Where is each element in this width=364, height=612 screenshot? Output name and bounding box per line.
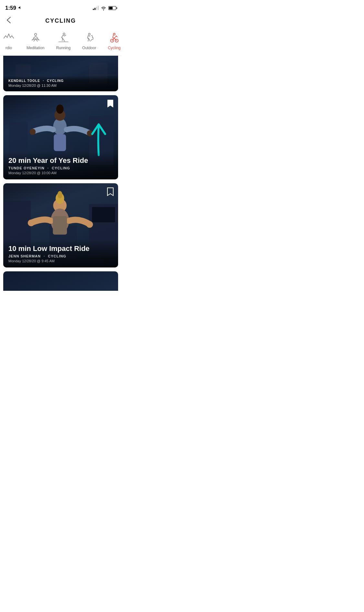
- cycling-icon: [108, 31, 120, 44]
- status-time: 1:59: [5, 5, 21, 11]
- card-date-year-of-yes: Monday 12/28/20 @ 10:00 AM: [8, 171, 113, 175]
- meditation-icon: [29, 31, 42, 44]
- back-button[interactable]: [5, 15, 12, 27]
- header: CYCLING: [0, 14, 121, 28]
- svg-point-29: [58, 191, 62, 198]
- svg-point-33: [86, 221, 93, 228]
- bookmark-button-year-of-yes[interactable]: [106, 99, 114, 109]
- sidebar-item-outdoor[interactable]: Outdoor: [76, 30, 102, 51]
- bookmark-icon-filled: [106, 99, 114, 108]
- card-date-kendall: Monday 12/28/20 @ 11:30 AM: [8, 84, 113, 87]
- meditation-label: Meditation: [27, 46, 44, 50]
- svg-point-0: [103, 9, 104, 10]
- sidebar-item-cardio[interactable]: rdio: [0, 30, 21, 51]
- svg-rect-31: [53, 216, 67, 235]
- chevron-left-icon: [6, 17, 11, 24]
- signal-icon: [93, 6, 99, 10]
- svg-point-4: [63, 33, 65, 35]
- cards-container: KENDALL TOOLE · CYCLING Monday 12/28/20 …: [0, 56, 121, 297]
- card-instructor-kendall: KENDALL TOOLE · CYCLING: [8, 79, 113, 83]
- card-instructor-low-impact: JENN SHERMAN · CYCLING: [8, 254, 113, 258]
- workout-card-partial-bottom[interactable]: [3, 271, 118, 291]
- battery-icon: [108, 6, 116, 10]
- sidebar-item-running[interactable]: Running: [50, 30, 76, 51]
- sidebar-item-meditation[interactable]: Meditation: [21, 30, 50, 51]
- workout-card-kendall[interactable]: KENDALL TOOLE · CYCLING Monday 12/28/20 …: [3, 56, 118, 91]
- workout-card-year-of-yes[interactable]: 20 min Year of Yes Ride TUNDE OYENEYIN ·…: [3, 95, 118, 179]
- svg-rect-26: [92, 207, 115, 222]
- cycling-label: Cycling: [108, 46, 120, 50]
- sidebar-item-cycling[interactable]: Cycling: [102, 30, 121, 51]
- workout-card-low-impact[interactable]: 10 min Low Impact Ride JENN SHERMAN · CY…: [3, 183, 118, 267]
- svg-point-6: [88, 33, 90, 35]
- page-title: CYCLING: [45, 17, 76, 24]
- outdoor-icon: [83, 31, 95, 44]
- svg-point-7: [113, 33, 115, 35]
- status-bar: 1:59: [0, 0, 121, 14]
- svg-point-1: [34, 33, 37, 36]
- card-instructor-year-of-yes: TUNDE OYENEYIN · CYCLING: [8, 166, 113, 170]
- category-nav: rdio Meditation Running Ou: [0, 28, 121, 56]
- card-title-year-of-yes: 20 min Year of Yes Ride: [8, 156, 113, 165]
- running-icon: [57, 31, 70, 44]
- svg-rect-20: [54, 134, 66, 151]
- card-title-low-impact: 10 min Low Impact Ride: [8, 244, 113, 253]
- card-date-low-impact: Monday 12/28/20 @ 9:45 AM: [8, 259, 113, 263]
- cardio-icon: [3, 31, 15, 44]
- svg-point-22: [87, 130, 93, 136]
- bookmark-icon-empty: [106, 187, 114, 196]
- svg-point-32: [28, 220, 35, 226]
- bookmark-button-low-impact[interactable]: [106, 187, 114, 197]
- svg-point-19: [56, 105, 64, 114]
- outdoor-label: Outdoor: [82, 46, 96, 50]
- cardio-label: rdio: [6, 46, 12, 50]
- svg-point-21: [29, 129, 36, 135]
- wifi-icon: [101, 6, 106, 10]
- status-icons: [93, 6, 116, 10]
- location-icon: [17, 6, 21, 10]
- running-label: Running: [56, 46, 71, 50]
